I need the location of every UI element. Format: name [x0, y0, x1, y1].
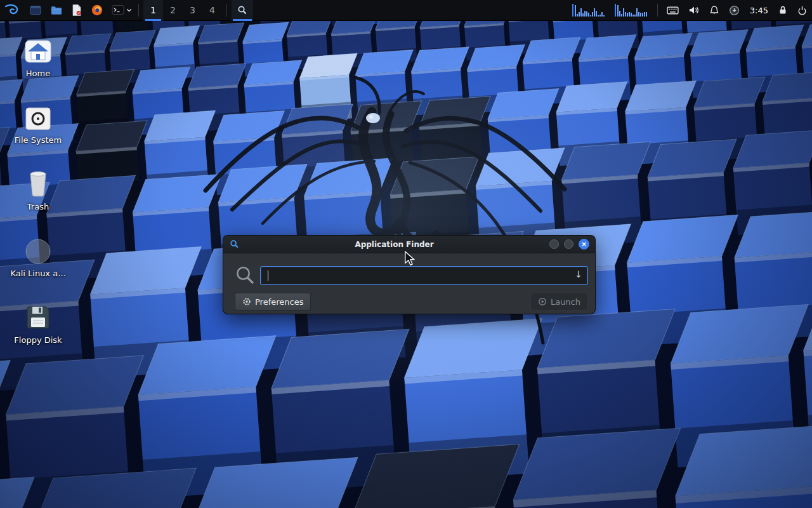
panel-left-cluster: 1 2 3 4: [1, 0, 253, 20]
panel-separator: [138, 4, 139, 17]
drive-icon: [23, 106, 53, 131]
close-icon: ×: [581, 241, 587, 248]
search-entry: ↓: [260, 266, 588, 285]
desktop-icon-home[interactable]: Home: [8, 34, 69, 78]
graph-bar: [584, 11, 586, 17]
kali-logo-icon: [4, 3, 20, 18]
screen-lock[interactable]: [778, 0, 788, 21]
graph-bar: [634, 15, 636, 17]
clock[interactable]: 3:45: [749, 6, 769, 15]
window-title: Application Finder: [239, 240, 549, 249]
desktop-icon-floppy-disk[interactable]: Floppy Disk: [8, 301, 69, 345]
graph-bar: [621, 14, 622, 17]
graph-bar: [599, 15, 601, 17]
graph-bar: [582, 13, 584, 17]
graph-bar: [623, 8, 624, 17]
graph-bar: [586, 11, 587, 17]
app-search-icon: [230, 239, 239, 249]
desktop-icon-trash[interactable]: Trash: [8, 168, 69, 211]
graph-bar: [577, 14, 578, 17]
keyboard-icon: [667, 6, 679, 15]
home-icon: [23, 38, 53, 65]
preferences-label: Preferences: [255, 297, 303, 307]
kali-menu-button[interactable]: [1, 0, 23, 21]
updates-status[interactable]: [728, 0, 740, 21]
graph-bar: [579, 12, 580, 17]
floppy-icon: [24, 304, 52, 331]
desktop-icon-kali-linux[interactable]: Kali Linux a...: [8, 234, 69, 278]
finder-titlebar[interactable]: Application Finder ×: [223, 236, 595, 253]
window-icon: [29, 4, 42, 17]
window-controls: ×: [549, 239, 589, 250]
kali-link-icon: [24, 237, 52, 265]
file-manager-launcher[interactable]: [48, 0, 65, 21]
text-editor-launcher[interactable]: [69, 0, 84, 21]
preferences-button[interactable]: Preferences: [235, 293, 311, 311]
graph-bar: [590, 15, 591, 17]
taskbar-item-application-finder[interactable]: [232, 0, 253, 21]
close-button[interactable]: ×: [579, 239, 589, 250]
graph-bar: [636, 8, 638, 17]
volume-control[interactable]: [688, 0, 700, 21]
desktop-icon-label: File System: [15, 135, 62, 145]
terminal-icon: [112, 4, 124, 16]
text-caret: [268, 271, 268, 281]
minimize-button[interactable]: [549, 239, 559, 249]
system-monitor-graph[interactable]: [572, 4, 606, 17]
graph-bar: [617, 5, 619, 17]
lock-icon: [778, 5, 787, 15]
search-icon: [236, 266, 255, 285]
workspace-4[interactable]: 4: [202, 0, 222, 21]
desktop-screen: 1 2 3 4: [0, 0, 812, 508]
graph-bar: [601, 12, 603, 17]
desktop-icon-list: Home File System Trash Kali Linux a...: [8, 34, 69, 368]
launch-button[interactable]: Launch: [530, 293, 588, 311]
workspace-1[interactable]: 1: [143, 0, 163, 21]
keyboard-layout-indicator[interactable]: [666, 0, 679, 21]
status-circle-icon: [729, 5, 740, 16]
panel-separator: [657, 4, 658, 17]
graph-bar: [631, 13, 632, 17]
workspace-switcher: 1 2 3 4: [143, 0, 222, 21]
session-logout[interactable]: [796, 0, 808, 21]
network-monitor-graph[interactable]: [615, 4, 649, 17]
graph-bar: [646, 12, 647, 17]
folder-icon: [50, 4, 63, 17]
terminal-launcher[interactable]: [110, 0, 134, 21]
graph-bar: [632, 15, 634, 17]
desktop-icon-file-system[interactable]: File System: [8, 101, 69, 145]
panel-separator: [226, 4, 227, 17]
desktop-icon-label: Kali Linux a...: [10, 269, 65, 278]
graph-bar: [642, 13, 643, 17]
graph-bar: [596, 11, 597, 17]
graph-bar: [598, 15, 599, 17]
graph-bar: [580, 8, 582, 17]
notifications[interactable]: [709, 0, 720, 21]
graph-bar: [644, 12, 645, 17]
workspace-3[interactable]: 3: [183, 0, 202, 21]
panel-right-cluster: 3:45: [572, 0, 808, 20]
show-desktop-button[interactable]: [27, 0, 44, 21]
bell-icon: [709, 5, 719, 15]
workspace-2[interactable]: 2: [163, 0, 183, 21]
trash-icon: [25, 169, 51, 198]
graph-bar: [640, 13, 641, 17]
search-input[interactable]: [260, 266, 588, 285]
graph-bar: [588, 13, 589, 17]
desktop-icon-label: Trash: [27, 202, 49, 211]
desktop-icon-label: Floppy Disk: [14, 335, 62, 345]
top-panel: 1 2 3 4: [0, 0, 812, 21]
maximize-button[interactable]: [564, 239, 573, 249]
speaker-icon: [688, 6, 700, 15]
graph-bar: [625, 12, 626, 17]
application-finder-window: Application Finder × ↓: [223, 236, 595, 314]
dropdown-arrow-icon[interactable]: ↓: [575, 269, 582, 279]
chevron-down-icon: [126, 8, 132, 12]
firefox-launcher[interactable]: [89, 0, 105, 21]
launch-label: Launch: [551, 297, 580, 307]
launch-icon: [538, 297, 547, 306]
search-icon: [237, 5, 247, 15]
graph-bar: [575, 5, 576, 17]
finder-body: ↓ Preferences Launch: [223, 253, 595, 311]
desktop-icon-label: Home: [26, 69, 50, 78]
